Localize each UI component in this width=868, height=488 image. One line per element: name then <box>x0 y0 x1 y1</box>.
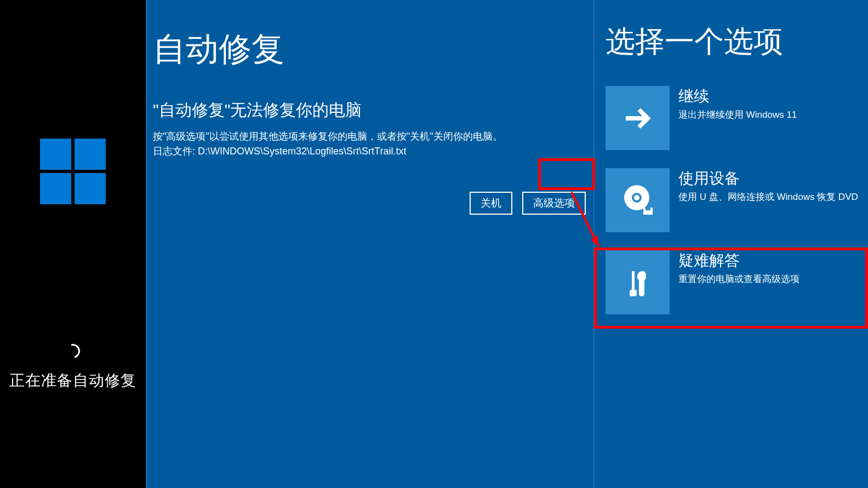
windows-logo-icon <box>40 139 106 204</box>
svg-point-2 <box>634 195 639 200</box>
boot-loading-panel: 正在准备自动修复 <box>0 0 146 488</box>
repair-log-text: 日志文件: D:\WINDOWS\System32\Logfiles\Srt\S… <box>153 144 588 159</box>
repair-hint-text: 按"高级选项"以尝试使用其他选项来修复你的电脑，或者按"关机"关闭你的电脑。 <box>153 129 588 144</box>
option-troubleshoot[interactable]: 疑难解答 重置你的电脑或查看高级选项 <box>606 250 861 314</box>
choose-option-panel: 选择一个选项 继续 退出并继续使用 Windows 11 使用设备 使用 U 盘… <box>596 0 868 488</box>
advanced-options-button[interactable]: 高级选项 <box>522 192 586 215</box>
loading-spinner-icon <box>63 341 83 361</box>
option-continue[interactable]: 继续 退出并继续使用 Windows 11 <box>606 86 861 150</box>
svg-rect-6 <box>630 290 637 296</box>
tools-icon <box>606 250 670 314</box>
choose-title: 选择一个选项 <box>606 22 861 62</box>
option-title: 继续 <box>678 86 797 107</box>
svg-rect-4 <box>646 208 650 210</box>
svg-rect-5 <box>632 271 635 291</box>
repair-title: 自动修复 <box>153 27 588 72</box>
option-desc: 退出并继续使用 Windows 11 <box>678 109 797 121</box>
option-desc: 使用 U 盘、网络连接或 Windows 恢复 DVD <box>678 191 858 203</box>
option-desc: 重置你的电脑或查看高级选项 <box>678 273 800 285</box>
arrow-right-icon <box>606 86 670 150</box>
automatic-repair-panel: 自动修复 "自动修复"无法修复你的电脑 按"高级选项"以尝试使用其他选项来修复你… <box>146 0 595 488</box>
shutdown-button[interactable]: 关机 <box>470 192 512 215</box>
option-title: 使用设备 <box>678 168 858 189</box>
repair-subtitle: "自动修复"无法修复你的电脑 <box>153 99 588 122</box>
option-title: 疑难解答 <box>678 250 800 271</box>
boot-status-text: 正在准备自动修复 <box>9 370 136 391</box>
disc-icon <box>606 168 670 232</box>
option-use-device[interactable]: 使用设备 使用 U 盘、网络连接或 Windows 恢复 DVD <box>606 168 861 232</box>
